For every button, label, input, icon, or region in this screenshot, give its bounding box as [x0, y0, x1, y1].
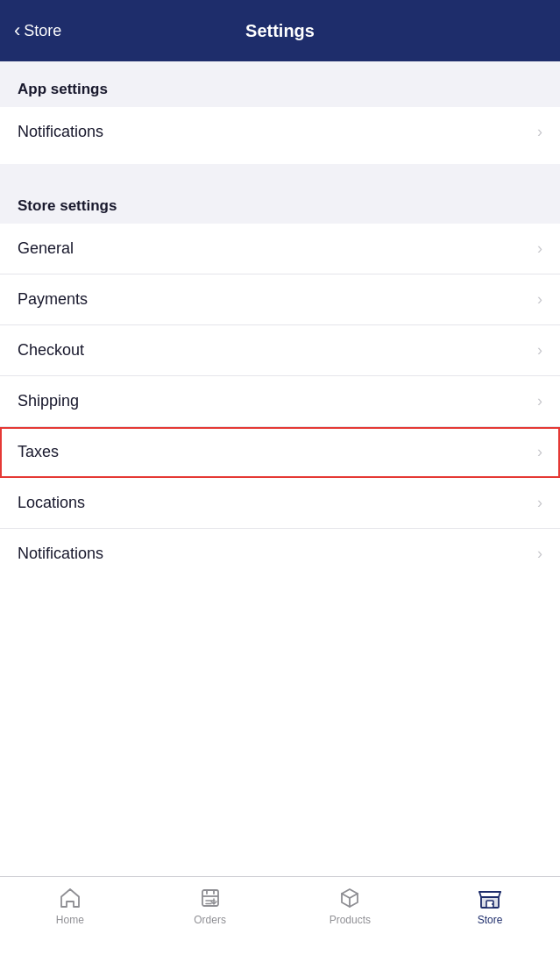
app-settings-header: App settings [0, 61, 560, 107]
chevron-left-icon: ‹ [14, 21, 20, 40]
home-icon [58, 886, 82, 910]
page-content: App settings Notifications › Store setti… [0, 61, 560, 665]
settings-item-label: Shipping [18, 392, 79, 410]
store-settings-header: Store settings [0, 178, 560, 224]
nav-item-products[interactable]: Products [319, 886, 380, 926]
chevron-right-icon: › [537, 290, 542, 309]
nav-label-home: Home [56, 914, 84, 926]
nav-item-store[interactable]: Store [459, 886, 521, 926]
app-settings-section: App settings Notifications › [0, 61, 560, 157]
settings-item-payments[interactable]: Payments › [0, 274, 560, 325]
settings-item-checkout[interactable]: Checkout › [0, 325, 560, 376]
settings-item-label: Payments [18, 290, 88, 309]
settings-item-label: Taxes [18, 443, 59, 461]
settings-item-notifications-app[interactable]: Notifications › [0, 107, 560, 157]
back-label: Store [24, 22, 61, 40]
header: ‹ Store Settings [0, 0, 560, 61]
back-button[interactable]: ‹ Store [14, 21, 61, 40]
app-settings-items: Notifications › [0, 107, 560, 157]
store-settings-section: Store settings General › Payments › Chec… [0, 178, 560, 579]
chevron-right-icon: › [537, 123, 542, 141]
settings-item-locations[interactable]: Locations › [0, 478, 560, 529]
settings-item-shipping[interactable]: Shipping › [0, 376, 560, 427]
settings-item-taxes[interactable]: Taxes › [0, 427, 560, 478]
chevron-right-icon: › [537, 494, 542, 512]
nav-label-products: Products [330, 914, 371, 926]
chevron-right-icon: › [537, 443, 542, 461]
settings-item-general[interactable]: General › [0, 224, 560, 274]
chevron-right-icon: › [537, 239, 542, 258]
settings-item-label: Notifications [18, 545, 103, 563]
chevron-right-icon: › [537, 341, 542, 360]
svg-point-4 [492, 903, 493, 905]
section-divider [0, 164, 560, 178]
settings-item-notifications-store[interactable]: Notifications › [0, 529, 560, 579]
settings-item-label: Locations [18, 494, 85, 512]
chevron-right-icon: › [537, 392, 542, 410]
store-icon [478, 886, 502, 910]
settings-item-label: General [18, 239, 74, 258]
page-title: Settings [245, 21, 315, 41]
settings-item-label: Notifications [18, 123, 103, 141]
nav-label-orders: Orders [194, 914, 226, 926]
nav-item-home[interactable]: Home [39, 886, 101, 926]
nav-label-store: Store [478, 914, 503, 926]
bottom-nav: Home Orders Products [0, 876, 560, 955]
orders-icon [198, 886, 223, 910]
chevron-right-icon: › [537, 545, 542, 563]
settings-item-label: Checkout [18, 341, 84, 360]
products-icon [337, 886, 362, 910]
store-settings-items: General › Payments › Checkout › Shipping… [0, 224, 560, 579]
nav-item-orders[interactable]: Orders [180, 886, 241, 926]
